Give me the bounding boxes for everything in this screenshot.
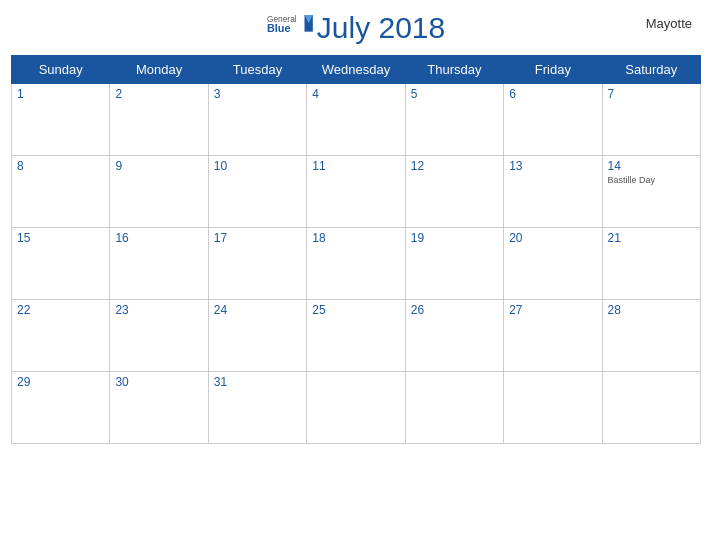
region-label: Mayotte <box>646 16 692 31</box>
day-number: 27 <box>509 303 596 317</box>
week-row-5: 293031 <box>12 372 701 444</box>
week-row-1: 1234567 <box>12 84 701 156</box>
day-number: 30 <box>115 375 202 389</box>
calendar-cell: 5 <box>405 84 503 156</box>
day-number: 25 <box>312 303 399 317</box>
day-header-monday: Monday <box>110 56 208 84</box>
calendar-cell: 29 <box>12 372 110 444</box>
day-number: 12 <box>411 159 498 173</box>
calendar-cell <box>602 372 700 444</box>
calendar-cell: 13 <box>504 156 602 228</box>
calendar-cell: 19 <box>405 228 503 300</box>
day-number: 2 <box>115 87 202 101</box>
calendar-cell: 7 <box>602 84 700 156</box>
svg-text:Blue: Blue <box>267 23 290 35</box>
day-number: 31 <box>214 375 301 389</box>
week-row-3: 15161718192021 <box>12 228 701 300</box>
calendar-cell: 23 <box>110 300 208 372</box>
calendar-cell: 8 <box>12 156 110 228</box>
calendar-cell: 18 <box>307 228 405 300</box>
day-number: 4 <box>312 87 399 101</box>
calendar-cell: 30 <box>110 372 208 444</box>
calendar-cell: 22 <box>12 300 110 372</box>
calendar-cell: 15 <box>12 228 110 300</box>
day-number: 9 <box>115 159 202 173</box>
calendar-cell: 3 <box>208 84 306 156</box>
day-header-sunday: Sunday <box>12 56 110 84</box>
calendar-cell: 31 <box>208 372 306 444</box>
calendar-cell: 20 <box>504 228 602 300</box>
day-number: 14 <box>608 159 695 173</box>
calendar-cell: 11 <box>307 156 405 228</box>
calendar-cell: 25 <box>307 300 405 372</box>
calendar-cell: 26 <box>405 300 503 372</box>
calendar-cell <box>307 372 405 444</box>
day-number: 13 <box>509 159 596 173</box>
calendar-cell: 24 <box>208 300 306 372</box>
week-row-4: 22232425262728 <box>12 300 701 372</box>
calendar-cell <box>504 372 602 444</box>
calendar-cell: 2 <box>110 84 208 156</box>
day-number: 16 <box>115 231 202 245</box>
day-number: 19 <box>411 231 498 245</box>
calendar-cell: 12 <box>405 156 503 228</box>
calendar-title: July 2018 <box>317 11 445 45</box>
calendar-cell: 17 <box>208 228 306 300</box>
day-number: 1 <box>17 87 104 101</box>
calendar-cell: 1 <box>12 84 110 156</box>
calendar-cell: 10 <box>208 156 306 228</box>
calendar-cell: 27 <box>504 300 602 372</box>
day-number: 11 <box>312 159 399 173</box>
calendar-cell: 16 <box>110 228 208 300</box>
day-header-tuesday: Tuesday <box>208 56 306 84</box>
day-header-wednesday: Wednesday <box>307 56 405 84</box>
day-number: 28 <box>608 303 695 317</box>
logo-icon: General Blue <box>267 10 317 45</box>
day-number: 23 <box>115 303 202 317</box>
day-number: 29 <box>17 375 104 389</box>
day-number: 5 <box>411 87 498 101</box>
day-header-friday: Friday <box>504 56 602 84</box>
day-number: 6 <box>509 87 596 101</box>
day-number: 20 <box>509 231 596 245</box>
calendar-cell: 14Bastille Day <box>602 156 700 228</box>
calendar-table: SundayMondayTuesdayWednesdayThursdayFrid… <box>11 55 701 444</box>
calendar-cell: 6 <box>504 84 602 156</box>
calendar-cell: 9 <box>110 156 208 228</box>
day-number: 7 <box>608 87 695 101</box>
day-number: 8 <box>17 159 104 173</box>
day-number: 24 <box>214 303 301 317</box>
calendar-cell <box>405 372 503 444</box>
calendar-cell: 28 <box>602 300 700 372</box>
days-header-row: SundayMondayTuesdayWednesdayThursdayFrid… <box>12 56 701 84</box>
day-number: 15 <box>17 231 104 245</box>
logo: General Blue <box>267 10 317 45</box>
day-header-thursday: Thursday <box>405 56 503 84</box>
day-number: 22 <box>17 303 104 317</box>
day-number: 18 <box>312 231 399 245</box>
day-number: 17 <box>214 231 301 245</box>
day-number: 10 <box>214 159 301 173</box>
day-header-saturday: Saturday <box>602 56 700 84</box>
calendar-header: General Blue July 2018 Mayotte <box>0 0 712 50</box>
day-number: 26 <box>411 303 498 317</box>
event-label: Bastille Day <box>608 175 695 185</box>
calendar-cell: 4 <box>307 84 405 156</box>
day-number: 3 <box>214 87 301 101</box>
calendar-cell: 21 <box>602 228 700 300</box>
week-row-2: 891011121314Bastille Day <box>12 156 701 228</box>
day-number: 21 <box>608 231 695 245</box>
